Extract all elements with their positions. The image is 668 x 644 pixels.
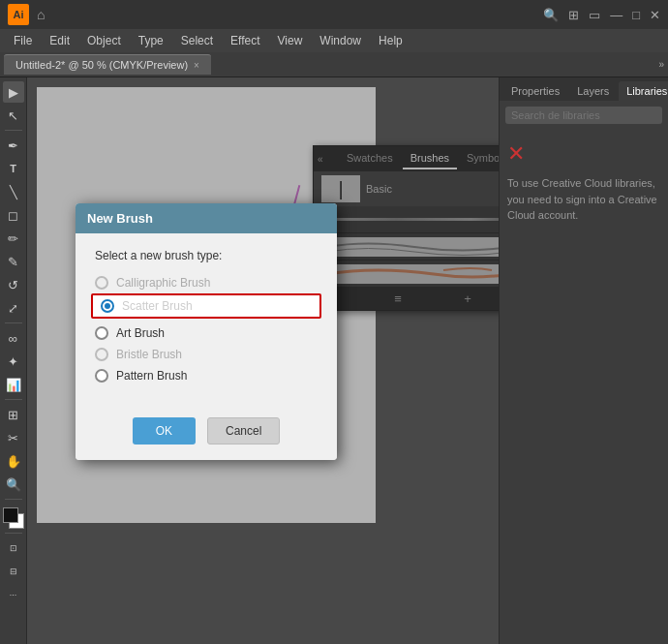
option-pattern[interactable]: Pattern Brush bbox=[95, 369, 318, 383]
label-calligraphic: Calligraphic Brush bbox=[116, 276, 210, 290]
zoom-tool[interactable]: 🔍 bbox=[3, 474, 24, 495]
right-panel: Properties Layers Libraries ≡ ✕ To use C… bbox=[499, 77, 668, 644]
radio-scatter[interactable] bbox=[101, 299, 114, 313]
tab-properties[interactable]: Properties bbox=[503, 81, 567, 101]
libraries-search-input[interactable] bbox=[505, 107, 662, 124]
shape-tool[interactable]: ◻ bbox=[3, 204, 24, 226]
screen-mode[interactable]: ⊟ bbox=[3, 561, 24, 582]
label-scatter: Scatter Brush bbox=[122, 299, 193, 313]
label-pattern: Pattern Brush bbox=[116, 369, 187, 383]
left-toolbar: ▶ ↖ ✒ T ╲ ◻ ✏ ✎ ↺ ⤢ ∞ ✦ 📊 ⊞ ✂ ✋ 🔍 ⊡ ⊟ ··… bbox=[0, 77, 27, 644]
option-art[interactable]: Art Brush bbox=[95, 326, 318, 340]
toolbar-divider-4 bbox=[5, 499, 22, 500]
radio-bristle bbox=[95, 348, 108, 361]
label-art: Art Brush bbox=[116, 326, 165, 340]
slice-tool[interactable]: ✂ bbox=[3, 427, 24, 448]
panel-expand[interactable]: » bbox=[658, 59, 664, 70]
foreground-color[interactable] bbox=[3, 507, 18, 523]
artboard-tool[interactable]: ⊞ bbox=[3, 404, 24, 425]
toolbar-divider-3 bbox=[5, 399, 22, 400]
new-brush-dialog: New Brush Select a new brush type: Calli… bbox=[76, 203, 337, 460]
hand-tool[interactable]: ✋ bbox=[3, 450, 24, 472]
symbol-tool[interactable]: ✦ bbox=[3, 351, 24, 372]
dialog-overlay: New Brush Select a new brush type: Calli… bbox=[27, 77, 499, 644]
cloud-icon: ✕ bbox=[507, 138, 660, 169]
document-tab-label: Untitled-2* @ 50 % (CMYK/Preview) bbox=[15, 59, 188, 71]
menu-view[interactable]: View bbox=[270, 32, 311, 49]
right-panel-tabs: Properties Layers Libraries ≡ bbox=[500, 77, 668, 101]
dialog-footer: OK Cancel bbox=[76, 406, 337, 460]
cloud-unavailable-message: ✕ To use Creative Cloud libraries, you n… bbox=[507, 138, 660, 224]
title-bar-icons: 🔍 ⊞ ▭ — □ ✕ bbox=[543, 8, 660, 22]
line-tool[interactable]: ╲ bbox=[3, 181, 24, 202]
toolbar-divider-1 bbox=[5, 130, 22, 131]
title-bar-left: Ai ⌂ bbox=[8, 4, 45, 25]
menu-edit[interactable]: Edit bbox=[42, 32, 77, 49]
blend-tool[interactable]: ∞ bbox=[3, 327, 24, 349]
more-tools[interactable]: ··· bbox=[3, 584, 24, 605]
cloud-message-text: To use Creative Cloud libraries, you nee… bbox=[507, 175, 660, 224]
color-swatches[interactable] bbox=[3, 507, 24, 529]
main-area: ▶ ↖ ✒ T ╲ ◻ ✏ ✎ ↺ ⤢ ∞ ✦ 📊 ⊞ ✂ ✋ 🔍 ⊡ ⊟ ··… bbox=[0, 77, 668, 644]
menu-object[interactable]: Object bbox=[79, 32, 129, 49]
dialog-body: Select a new brush type: Calligraphic Br… bbox=[76, 233, 337, 406]
drawing-mode[interactable]: ⊡ bbox=[3, 537, 24, 559]
libraries-search-bar bbox=[500, 101, 668, 130]
toolbar-divider-2 bbox=[5, 322, 22, 323]
scale-tool[interactable]: ⤢ bbox=[3, 297, 24, 319]
panel-icon[interactable]: ▭ bbox=[589, 8, 600, 22]
dialog-title: New Brush bbox=[76, 203, 337, 233]
radio-art[interactable] bbox=[95, 326, 108, 340]
pen-tool[interactable]: ✒ bbox=[3, 135, 24, 156]
tab-layers[interactable]: Layers bbox=[569, 81, 617, 101]
library-content: ✕ To use Creative Cloud libraries, you n… bbox=[500, 130, 668, 644]
document-tab-close[interactable]: × bbox=[194, 60, 199, 71]
ok-button[interactable]: OK bbox=[133, 417, 196, 445]
cancel-button[interactable]: Cancel bbox=[207, 417, 280, 445]
minimize-button[interactable]: — bbox=[610, 8, 622, 22]
menu-bar: File Edit Object Type Select Effect View… bbox=[0, 29, 668, 52]
menu-select[interactable]: Select bbox=[173, 32, 221, 49]
direct-selection-tool[interactable]: ↖ bbox=[3, 105, 24, 126]
pencil-tool[interactable]: ✎ bbox=[3, 251, 24, 272]
option-calligraphic: Calligraphic Brush bbox=[95, 276, 318, 290]
toolbar-divider-5 bbox=[5, 533, 22, 534]
tab-libraries[interactable]: Libraries bbox=[619, 81, 668, 101]
maximize-button[interactable]: □ bbox=[632, 8, 640, 22]
document-tab[interactable]: Untitled-2* @ 50 % (CMYK/Preview) × bbox=[4, 54, 211, 75]
label-bristle: Bristle Brush bbox=[116, 348, 182, 361]
menu-effect[interactable]: Effect bbox=[223, 32, 267, 49]
radio-pattern[interactable] bbox=[95, 369, 108, 383]
type-tool[interactable]: T bbox=[3, 158, 24, 179]
menu-file[interactable]: File bbox=[6, 32, 40, 49]
radio-calligraphic bbox=[95, 276, 108, 290]
tab-bar: Untitled-2* @ 50 % (CMYK/Preview) × » bbox=[0, 52, 668, 77]
title-bar: Ai ⌂ 🔍 ⊞ ▭ — □ ✕ bbox=[0, 0, 668, 29]
rotate-tool[interactable]: ↺ bbox=[3, 274, 24, 295]
paintbrush-tool[interactable]: ✏ bbox=[3, 228, 24, 249]
search-icon[interactable]: 🔍 bbox=[543, 8, 559, 22]
graph-tool[interactable]: 📊 bbox=[3, 374, 24, 395]
option-bristle: Bristle Brush bbox=[95, 348, 318, 361]
option-scatter-selected[interactable]: Scatter Brush bbox=[91, 293, 321, 319]
home-icon[interactable]: ⌂ bbox=[37, 7, 45, 22]
app-logo: Ai bbox=[8, 4, 29, 25]
menu-help[interactable]: Help bbox=[371, 32, 410, 49]
layout-icon[interactable]: ⊞ bbox=[568, 8, 579, 22]
selection-tool[interactable]: ▶ bbox=[3, 81, 24, 103]
canvas-area: « Swatches Brushes Symbols ✕ ≡ | Basic bbox=[27, 77, 499, 644]
menu-type[interactable]: Type bbox=[131, 32, 171, 49]
dialog-prompt: Select a new brush type: bbox=[95, 249, 318, 262]
close-button[interactable]: ✕ bbox=[650, 8, 660, 22]
menu-window[interactable]: Window bbox=[312, 32, 369, 49]
